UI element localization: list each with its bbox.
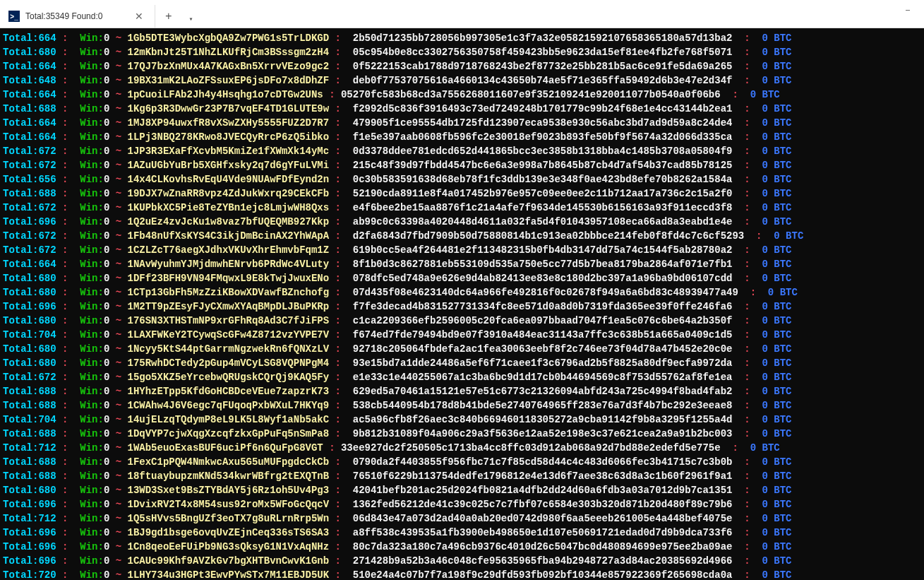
tilde-icon: ~	[116, 469, 128, 483]
new-tab-button[interactable]: +	[155, 6, 182, 28]
balance-value: 0	[756, 201, 774, 215]
btc-address: 1HYhzETpp5KfdGoHCBDceVEue7zapzrK73	[128, 384, 330, 398]
balance-value: 0	[756, 384, 774, 398]
separator: :	[56, 540, 74, 554]
tilde-icon: ~	[116, 540, 128, 554]
separator: :	[329, 342, 353, 356]
balance-value: 0	[756, 356, 774, 370]
output-line: Total:672 : Win:0 ~ 1CZLZcT76aegXJdhxVKU…	[3, 243, 924, 257]
private-key: 479905f1ce95554db1725fd123907eca9538e930…	[353, 116, 733, 130]
separator	[109, 215, 115, 229]
separator	[109, 540, 115, 554]
separator	[109, 172, 115, 187]
terminal-tab[interactable]: >_ Total:35349 Found:0 ✕	[0, 5, 155, 28]
separator: :	[56, 568, 74, 580]
private-key: 42041befb201ac25d2024fb0821a4dfb2dd24d60…	[353, 483, 733, 497]
private-key: 0f5222153cab1788d9718768243be2f87732e25b…	[353, 59, 733, 73]
btc-label: BTC	[774, 201, 791, 215]
win-label: Win:	[74, 441, 104, 455]
separator: :	[56, 314, 74, 328]
separator: :	[329, 554, 353, 568]
btc-address: 1JP3R3EXaFfXcvbM5KmiZe1fXWmXk14yMc	[128, 144, 330, 158]
window-controls: ─	[892, 0, 924, 21]
separator: :	[329, 271, 353, 285]
win-label: Win:	[74, 116, 104, 130]
separator	[109, 158, 115, 172]
private-key: 510e24a4c07b7f7a198f9c29dfd593fb092bf103…	[353, 568, 733, 580]
private-key: 2b50d71235bb728056b997305e1c3f7a32e05821…	[353, 31, 733, 45]
separator: :	[323, 441, 341, 455]
total-label: Total:	[3, 285, 38, 300]
separator	[109, 229, 115, 243]
private-key: 271428b9a52b3a46c048cfe95635965fba94b294…	[353, 554, 733, 568]
win-label: Win:	[74, 300, 104, 314]
separator: :	[329, 300, 353, 314]
separator: :	[732, 483, 756, 497]
separator: :	[732, 73, 756, 88]
private-key: d2fa6843d7fbd7909b50d75880814b1c913ea02b…	[353, 229, 745, 243]
btc-label: BTC	[774, 328, 791, 342]
separator	[109, 271, 115, 285]
separator: :	[323, 88, 341, 102]
separator: :	[732, 398, 756, 413]
total-value: 688	[38, 102, 56, 116]
separator: :	[732, 243, 756, 257]
btc-address: 13WD3Sxet9BsZTYBdAY5j6Rz1oh5Uv4Pg3	[128, 483, 330, 497]
separator	[109, 568, 115, 580]
win-value: 0	[104, 59, 109, 73]
private-key: a8ff538c439535a1fb3900eb498650e1d107e506…	[353, 526, 733, 540]
tab-dropdown-button[interactable]: ▾	[182, 11, 200, 28]
total-label: Total:	[3, 215, 38, 229]
private-key: 619b0cc5ea4f264481e2f113482315b0fb4db314…	[353, 243, 733, 257]
total-label: Total:	[3, 59, 38, 73]
tilde-icon: ~	[116, 172, 128, 187]
separator: :	[56, 215, 74, 229]
btc-address: 19BX31mK2LAoZFSsuxEP6jsDFo7x8dDhZF	[128, 73, 330, 88]
separator	[109, 483, 115, 497]
separator	[109, 130, 115, 144]
total-label: Total:	[3, 271, 38, 285]
separator	[109, 413, 115, 427]
private-key: 05c954b0e8cc3302756350758f459423bb5e9623…	[353, 45, 733, 59]
tilde-icon: ~	[116, 497, 128, 511]
win-value: 0	[104, 201, 109, 215]
separator: :	[732, 257, 756, 271]
separator	[109, 441, 115, 455]
private-key: 0790da2f4403855f956fbc71c7f85cd58d44c4c4…	[353, 455, 733, 469]
balance-value: 0	[756, 511, 774, 526]
minimize-button[interactable]: ─	[892, 0, 924, 21]
separator: :	[329, 314, 353, 328]
total-label: Total:	[3, 73, 38, 88]
separator: :	[56, 102, 74, 116]
total-value: 672	[38, 201, 56, 215]
output-line: Total:680 : Win:0 ~ 175RwhDCTedy2pGup4mV…	[3, 356, 924, 370]
btc-address: 1M2TT9pZEsyFJyCXmwXYAqBMpDLJBuPKRp	[128, 300, 330, 314]
output-line: Total:672 : Win:0 ~ 1JP3R3EXaFfXcvbM5Kmi…	[3, 144, 924, 158]
tilde-icon: ~	[116, 356, 128, 370]
total-label: Total:	[3, 45, 38, 59]
total-value: 672	[38, 229, 56, 243]
separator: :	[329, 483, 353, 497]
win-value: 0	[104, 271, 109, 285]
output-line: Total:680 : Win:0 ~ 1CTp13GbFh5MzZziKBow…	[3, 285, 924, 300]
separator	[109, 102, 115, 116]
win-value: 0	[104, 526, 109, 540]
separator	[109, 300, 115, 314]
titlebar: >_ Total:35349 Found:0 ✕ + ▾ ─	[0, 0, 924, 28]
total-value: 696	[38, 526, 56, 540]
separator	[109, 356, 115, 370]
win-label: Win:	[74, 356, 104, 370]
total-value: 704	[38, 413, 56, 427]
btc-label: BTC	[774, 483, 791, 497]
win-label: Win:	[74, 229, 104, 243]
total-value: 680	[38, 483, 56, 497]
total-label: Total:	[3, 116, 38, 130]
close-tab-icon[interactable]: ✕	[132, 11, 146, 22]
separator	[109, 427, 115, 441]
btc-address: 1DvixRV2T4x8M54sus92roMx5WFoGcQqcV	[128, 497, 330, 511]
private-key: 9b812b31089f04a906c29a3f5636e12aa52e198e…	[353, 427, 733, 441]
separator: :	[56, 31, 74, 45]
btc-label: BTC	[780, 285, 798, 300]
separator: :	[329, 116, 353, 130]
tilde-icon: ~	[116, 116, 128, 130]
